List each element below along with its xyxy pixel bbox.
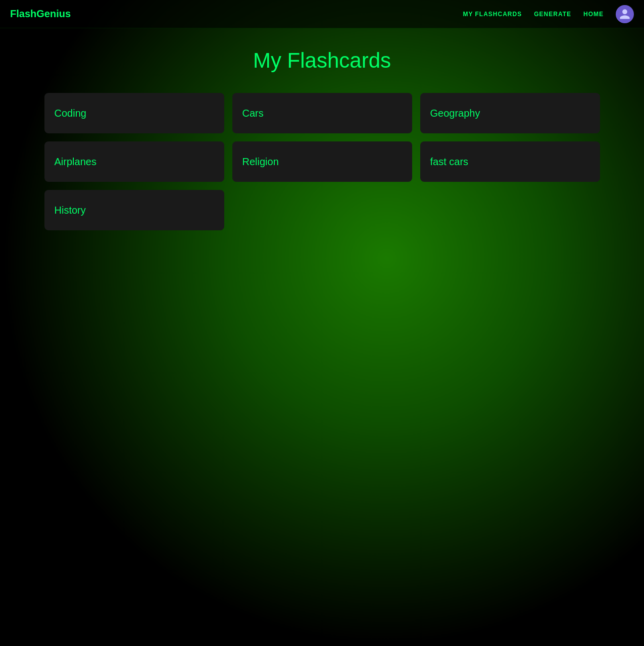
flashcard-item-religion[interactable]: Religion <box>232 141 412 182</box>
user-avatar[interactable] <box>616 5 634 23</box>
flashcard-item-history[interactable]: History <box>44 190 224 230</box>
nav-home[interactable]: HOME <box>583 11 604 18</box>
flashcard-grid: CodingCarsGeographyAirplanesReligionfast… <box>44 93 600 230</box>
flashcard-item-coding[interactable]: Coding <box>44 93 224 133</box>
flashcard-item-geography[interactable]: Geography <box>420 93 600 133</box>
page-title: My Flashcards <box>15 48 629 73</box>
flashcard-item-airplanes[interactable]: Airplanes <box>44 141 224 182</box>
main-content: My Flashcards CodingCarsGeographyAirplan… <box>0 28 644 251</box>
navbar-links: MY FLASHCARDS GENERATE HOME <box>463 5 634 23</box>
nav-my-flashcards[interactable]: MY FLASHCARDS <box>463 11 522 18</box>
nav-generate[interactable]: GENERATE <box>534 11 571 18</box>
navbar: FlashGenius MY FLASHCARDS GENERATE HOME <box>0 0 644 28</box>
app-brand[interactable]: FlashGenius <box>10 8 71 20</box>
flashcard-item-cars[interactable]: Cars <box>232 93 412 133</box>
flashcard-item-fast-cars[interactable]: fast cars <box>420 141 600 182</box>
